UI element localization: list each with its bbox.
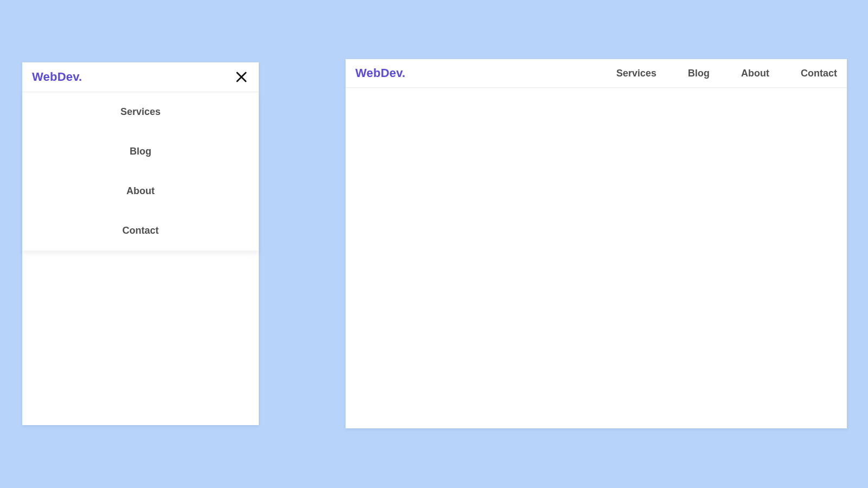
close-icon[interactable] bbox=[234, 69, 249, 85]
desktop-brand-logo[interactable]: WebDev. bbox=[355, 66, 405, 80]
mobile-nav-about[interactable]: About bbox=[22, 171, 259, 211]
mobile-brand-logo[interactable]: WebDev. bbox=[32, 70, 82, 84]
desktop-nav-about[interactable]: About bbox=[741, 68, 769, 79]
desktop-device-preview: WebDev. Services Blog About Contact bbox=[346, 59, 847, 428]
mobile-nav-contact[interactable]: Contact bbox=[22, 211, 259, 251]
desktop-nav-blog[interactable]: Blog bbox=[688, 68, 710, 79]
desktop-nav-services[interactable]: Services bbox=[616, 68, 656, 79]
desktop-nav-contact[interactable]: Contact bbox=[801, 68, 837, 79]
mobile-nav-services[interactable]: Services bbox=[22, 92, 259, 132]
desktop-navbar: WebDev. Services Blog About Contact bbox=[346, 59, 847, 88]
desktop-nav: Services Blog About Contact bbox=[616, 68, 837, 79]
mobile-device-preview: WebDev. Services Blog About Contact bbox=[22, 62, 259, 425]
mobile-menu: Services Blog About Contact bbox=[22, 92, 259, 251]
mobile-nav-blog[interactable]: Blog bbox=[22, 132, 259, 171]
mobile-navbar: WebDev. bbox=[22, 62, 259, 92]
